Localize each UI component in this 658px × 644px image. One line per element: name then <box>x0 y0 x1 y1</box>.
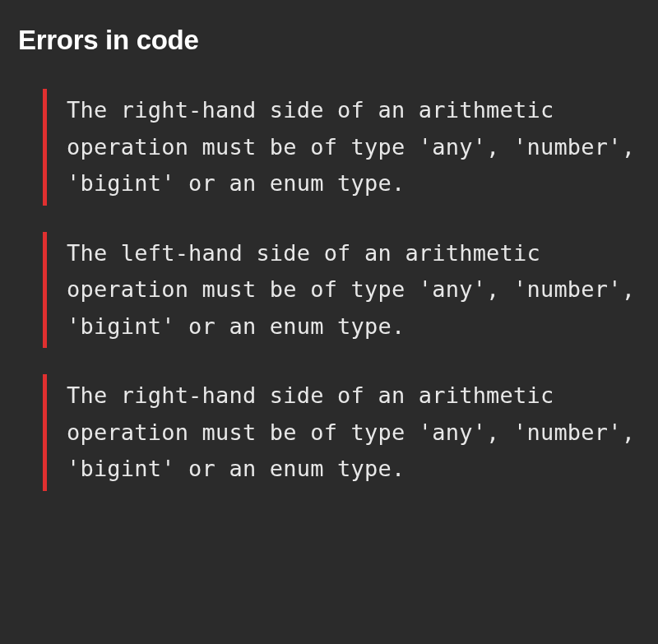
error-item: The left-hand side of an arithmetic oper… <box>43 232 640 349</box>
error-message: The right-hand side of an arithmetic ope… <box>67 378 640 488</box>
error-list: The right-hand side of an arithmetic ope… <box>18 89 640 491</box>
error-message: The left-hand side of an arithmetic oper… <box>67 235 640 345</box>
error-message: The right-hand side of an arithmetic ope… <box>67 92 640 202</box>
errors-section-title: Errors in code <box>18 25 640 56</box>
error-item: The right-hand side of an arithmetic ope… <box>43 374 640 491</box>
error-item: The right-hand side of an arithmetic ope… <box>43 89 640 206</box>
